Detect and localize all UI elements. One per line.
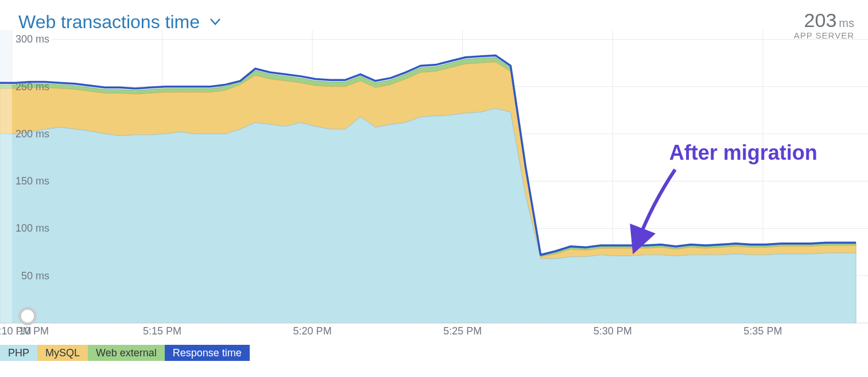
svg-rect-13 [0,30,12,323]
y-axis-tick: 50 ms [21,270,49,282]
legend: PHP MySQL Web external Response time [0,345,250,361]
area-chart[interactable]: 50 ms100 ms150 ms200 ms250 ms300 ms5:10 … [0,24,868,346]
legend-item-web-external[interactable]: Web external [88,345,165,361]
legend-item-php[interactable]: PHP [0,345,37,361]
x-axis-tick: 5:30 PM [594,325,632,337]
y-axis-tick: 300 ms [16,33,49,45]
legend-item-response-time[interactable]: Response time [165,345,250,361]
x-axis-tick: 5:15 PM [143,325,181,337]
y-axis-tick: 250 ms [16,80,49,93]
legend-item-mysql[interactable]: MySQL [37,345,88,361]
x-axis-tick: 5:20 PM [293,325,332,337]
x-axis-tick: :10 PM [16,325,49,337]
x-axis-tick: 5:35 PM [743,325,782,337]
y-axis-tick: 150 ms [16,175,49,187]
y-axis-tick: 100 ms [16,222,49,234]
y-axis-tick: 200 ms [16,128,49,140]
marker-circle-icon [18,307,37,325]
x-axis-tick: 5:25 PM [443,325,482,337]
